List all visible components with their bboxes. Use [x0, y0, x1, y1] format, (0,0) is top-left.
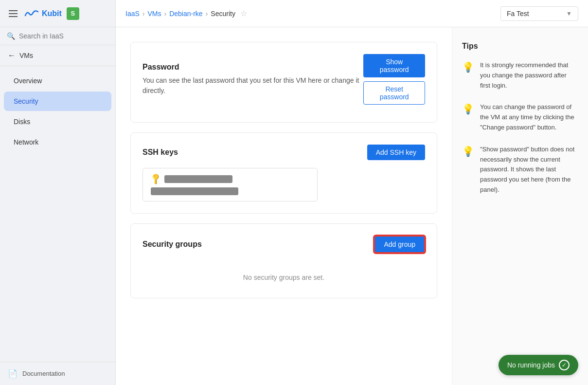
tip-text-1: It is strongly recommended that you chan…	[480, 60, 578, 91]
tip-item-1: 💡 It is strongly recommended that you ch…	[462, 60, 578, 91]
search-icon: 🔍	[7, 32, 15, 40]
ssh-title: SSH keys	[143, 148, 178, 157]
back-arrow-icon: ←	[8, 51, 16, 60]
sidebar: Kubit S 🔍 ← VMs Overview Security Disks …	[0, 0, 116, 385]
reset-password-button[interactable]: Reset password	[363, 81, 425, 105]
topbar: IaaS › VMs › Debian-rke › Security ☆ Fa …	[116, 0, 588, 27]
sidebar-item-disks[interactable]: Disks	[4, 112, 111, 131]
password-section-header: Password You can see the last password t…	[143, 54, 425, 105]
kubit-label: Kubit	[42, 9, 62, 18]
back-vms-button[interactable]: ← VMs	[0, 45, 115, 66]
tips-title: Tips	[462, 42, 578, 51]
document-icon: 📄	[8, 369, 18, 378]
content-area: Password You can see the last password t…	[116, 27, 588, 385]
chevron-down-icon: ▼	[566, 10, 572, 17]
sidebar-item-network[interactable]: Network	[4, 132, 111, 152]
breadcrumb-iaas[interactable]: IaaS	[125, 10, 140, 18]
no-groups-label: No security groups are set.	[143, 259, 425, 286]
tip-text-3: "Show password" button does not necessar…	[480, 145, 578, 195]
tip-bulb-icon-1: 💡	[462, 61, 474, 73]
search-input[interactable]	[19, 32, 108, 40]
kubit-logo: Kubit	[24, 9, 62, 18]
breadcrumb-sep-3: ›	[206, 10, 208, 18]
breadcrumb-sep-1: ›	[143, 10, 145, 18]
breadcrumb-debian[interactable]: Debian-rke	[169, 10, 202, 18]
tip-text-2: You can change the password of the VM at…	[480, 102, 578, 132]
kubit-wave-icon	[24, 9, 39, 18]
breadcrumb-security: Security	[211, 10, 235, 18]
password-description: You can see the last password that you s…	[143, 75, 363, 96]
security-groups-header: Security groups Add group	[143, 236, 425, 253]
sidebar-header: Kubit S	[0, 0, 115, 27]
password-buttons: Show password Reset password	[363, 54, 425, 105]
check-circle-icon: ✓	[559, 360, 570, 370]
tip-item-3: 💡 "Show password" button does not necess…	[462, 145, 578, 195]
show-password-button[interactable]: Show password	[363, 54, 425, 77]
ssh-key-fingerprint	[151, 187, 238, 195]
ssh-key-name	[164, 175, 232, 183]
breadcrumb: IaaS › VMs › Debian-rke › Security ☆	[125, 9, 247, 18]
password-title: Password	[143, 63, 363, 72]
security-groups-section: Security groups Add group No security gr…	[130, 223, 437, 298]
workspace-label: Fa Test	[507, 10, 529, 18]
main-content: IaaS › VMs › Debian-rke › Security ☆ Fa …	[116, 0, 588, 385]
sidebar-item-security[interactable]: Security	[4, 92, 111, 111]
ssh-section-header: SSH keys Add SSH key	[143, 145, 425, 160]
documentation-link[interactable]: 📄 Documentation	[0, 362, 115, 385]
tip-bulb-icon-2: 💡	[462, 103, 474, 115]
running-jobs-badge[interactable]: No running jobs ✓	[499, 355, 578, 375]
back-vms-label: VMs	[19, 52, 33, 59]
breadcrumb-vms[interactable]: VMs	[147, 10, 161, 18]
key-icon: 🔑	[149, 172, 162, 186]
ssh-keys-section: SSH keys Add SSH key 🔑	[130, 132, 437, 214]
main-panel: Password You can see the last password t…	[116, 27, 452, 385]
hamburger-menu[interactable]	[7, 8, 19, 19]
documentation-label: Documentation	[22, 370, 65, 377]
running-jobs-label: No running jobs	[507, 361, 555, 369]
workspace-dropdown[interactable]: Fa Test ▼	[500, 6, 578, 21]
add-ssh-key-button[interactable]: Add SSH key	[367, 145, 425, 160]
breadcrumb-sep-2: ›	[164, 10, 166, 18]
sidebar-item-overview[interactable]: Overview	[4, 71, 111, 91]
tip-bulb-icon-3: 💡	[462, 146, 474, 157]
ssh-key-row: 🔑	[151, 174, 309, 183]
favorite-star-icon[interactable]: ☆	[240, 9, 247, 18]
password-section: Password You can see the last password t…	[130, 42, 437, 123]
tip-item-2: 💡 You can change the password of the VM …	[462, 102, 578, 132]
security-groups-title: Security groups	[143, 240, 202, 249]
service-icon: S	[67, 7, 79, 20]
nav-items: Overview Security Disks Network	[0, 66, 115, 362]
tips-panel: Tips 💡 It is strongly recommended that y…	[452, 27, 588, 385]
search-box: 🔍	[0, 27, 115, 45]
ssh-key-box: 🔑	[143, 168, 318, 202]
add-group-button[interactable]: Add group	[374, 236, 425, 253]
